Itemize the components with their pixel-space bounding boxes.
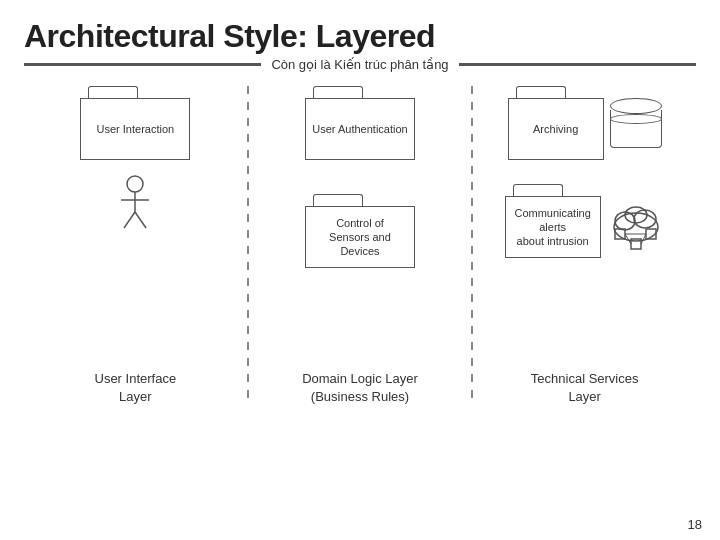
folder-body: User Interaction <box>80 98 190 160</box>
folder-user-auth: User Authentication <box>305 86 415 160</box>
svg-line-4 <box>135 212 146 228</box>
folder-sensors: Control of Sensors and Devices <box>305 194 415 268</box>
layer-label-ui: User Interface Layer <box>95 370 177 406</box>
svg-point-0 <box>127 176 143 192</box>
page-number: 18 <box>688 517 702 532</box>
subtitle-line-right <box>459 63 696 66</box>
folder-label: User Interaction <box>97 122 175 136</box>
col-user-interface: User Interaction <box>24 86 247 406</box>
folder-label: Archiving <box>533 122 578 136</box>
layer-label-domain: Domain Logic Layer (Business Rules) <box>302 370 418 406</box>
page: Architectural Style: Layered Còn gọi là … <box>0 0 720 540</box>
folder-label: Communicating alerts about intrusion <box>510 206 596 249</box>
folder-archiving: Archiving <box>508 86 604 160</box>
cylinder-icon <box>610 98 662 160</box>
subtitle-line-left <box>24 63 261 66</box>
subtitle-bar: Còn gọi là Kiến trúc phân tầng <box>24 57 696 72</box>
col-domain-logic: User Authentication Control of Sensors a… <box>249 86 472 406</box>
folder-label: User Authentication <box>312 122 407 136</box>
folder-alerts: Communicating alerts about intrusion <box>505 184 601 258</box>
svg-line-3 <box>124 212 135 228</box>
alerts-row: Communicating alerts about intrusion <box>505 184 665 264</box>
network-icon <box>607 195 665 253</box>
folder-tab <box>516 86 566 98</box>
folder-tab <box>313 86 363 98</box>
folder-body: User Authentication <box>305 98 415 160</box>
archiving-row: Archiving <box>508 86 662 166</box>
folder-user-interaction: User Interaction <box>80 86 190 160</box>
folder-body: Communicating alerts about intrusion <box>505 196 601 258</box>
folder-label: Control of Sensors and Devices <box>310 216 410 259</box>
subtitle-text: Còn gọi là Kiến trúc phân tầng <box>261 57 458 72</box>
layer-label-tech: Technical Services Layer <box>531 370 639 406</box>
main-grid: User Interaction <box>24 86 696 406</box>
folder-tab <box>513 184 563 196</box>
cylinder-top <box>610 98 662 114</box>
folder-tab <box>313 194 363 206</box>
folder-tab <box>88 86 138 98</box>
cylinder-mid <box>610 114 662 124</box>
col-technical-services: Archiving Communicating alerts about int… <box>473 86 696 406</box>
person-icon <box>116 174 154 236</box>
folder-body: Control of Sensors and Devices <box>305 206 415 268</box>
folder-body: Archiving <box>508 98 604 160</box>
page-title: Architectural Style: Layered <box>24 18 696 55</box>
